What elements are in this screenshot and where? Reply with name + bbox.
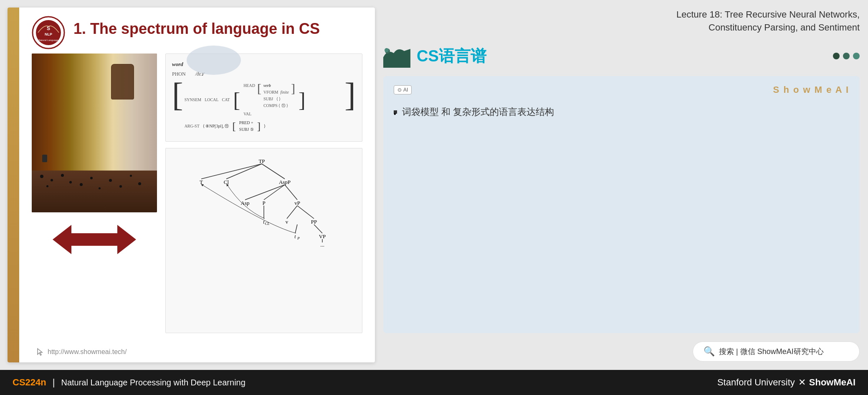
slide-header: S NLP Natural Language 1. The spectrum o… xyxy=(32,16,362,49)
bottom-left: CS224n | Natural Language Processing wit… xyxy=(13,377,245,388)
room-image xyxy=(32,54,157,212)
lecture-title-line2: Constituency Parsing, and Sentiment xyxy=(709,22,860,33)
outer-bracket-left: [ xyxy=(172,80,183,135)
brand-dots xyxy=(833,53,860,59)
floor-dot xyxy=(80,183,83,186)
slide-body: word PHON /ðεɪ/ [ xyxy=(32,54,362,333)
verb-content: verb VFORM finite SUBJ ⟨ ⟩ COMPS ⟨ ⑪ ⟩ xyxy=(263,82,289,109)
course-name: Natural Language Processing with Deep Le… xyxy=(61,378,245,387)
lecture-title-line1: Lecture 18: Tree Recursive Neural Networ… xyxy=(676,9,860,20)
floor-dot xyxy=(40,175,43,178)
bag-shape xyxy=(111,64,134,99)
head-row: HEAD [ verb VFORM finite SUBJ ⟨ ⟩ xyxy=(243,82,295,109)
comps-row: COMPS ⟨ ⑪ ⟩ xyxy=(263,102,289,109)
info-card-header: ⊙ AI S h o w M e A I xyxy=(394,84,849,95)
svg-line-10 xyxy=(264,185,285,200)
dot-1 xyxy=(833,53,840,59)
double-arrow-icon xyxy=(53,221,136,258)
showmeai-badge-label: S h o w M e A I xyxy=(773,84,849,95)
search-text: 搜索 | 微信 ShowMeAI研究中心 xyxy=(719,347,824,357)
v-node: v xyxy=(286,219,288,225)
tp-subscript: P xyxy=(297,236,300,240)
floor-dot xyxy=(130,175,132,177)
slide-url: http://www.showmeai.tech/ xyxy=(36,348,127,356)
t-node: T xyxy=(200,179,203,185)
url-text: http://www.showmeai.tech/ xyxy=(48,348,127,356)
headval-content: HEAD [ verb VFORM finite SUBJ ⟨ ⟩ xyxy=(243,82,295,117)
search-bar[interactable]: 🔍 搜索 | 微信 ShowMeAI研究中心 xyxy=(693,341,860,362)
syntax-tree-svg: TP T Cl AspP xyxy=(172,155,356,247)
cs-title: CS语言谱 xyxy=(417,46,486,67)
x-symbol: ✕ xyxy=(798,377,806,388)
verb-bracket-left: [ xyxy=(257,82,261,94)
cursor-icon xyxy=(36,348,44,356)
synsem-row: SYNSEM LOCAL CAT [ HEAD xyxy=(185,82,344,117)
slide-left-bar xyxy=(8,8,19,362)
cat-label: CAT xyxy=(222,97,230,103)
slide-content: S NLP Natural Language 1. The spectrum o… xyxy=(19,8,375,362)
aspp-node: AspP xyxy=(279,179,291,185)
inner-bracket-left: [ xyxy=(233,91,240,109)
argst-value: ⟨ ⑧NP[3pl], ⑪ xyxy=(203,123,229,130)
cl-node: Cl xyxy=(224,179,229,185)
head-label: HEAD xyxy=(243,82,255,89)
info-card: ⊙ AI S h o w M e A I • 词袋模型 和 复杂形式的语言表达结… xyxy=(383,76,860,333)
bullet-point: • xyxy=(394,110,397,114)
svg-line-8 xyxy=(262,164,285,179)
synsem-label: SYNSEM xyxy=(185,97,202,103)
argst-bracket-left: [ xyxy=(233,122,236,131)
ai-icon: ⊙ xyxy=(397,87,402,93)
svg-line-11 xyxy=(285,185,297,200)
slide-image-area xyxy=(32,54,157,333)
info-bullet-text: 词袋模型 和 复杂形式的语言表达结构 xyxy=(402,106,554,118)
vp-node: vP xyxy=(294,200,300,206)
dot-3 xyxy=(853,53,860,59)
lecture-title-area: Lecture 18: Tree Recursive Neural Networ… xyxy=(383,6,860,36)
slide-diagrams: word PHON /ðεɪ/ [ xyxy=(165,54,362,333)
search-bar-area: 🔍 搜索 | 微信 ShowMeAI研究中心 xyxy=(383,339,860,364)
brand-wave-icon xyxy=(383,45,410,68)
right-panel: Lecture 18: Tree Recursive Neural Networ… xyxy=(375,0,868,370)
ai-badge: ⊙ AI xyxy=(394,85,412,94)
main-container: S NLP Natural Language 1. The spectrum o… xyxy=(0,0,868,395)
bracket-content: SYNSEM LOCAL CAT [ HEAD xyxy=(185,80,344,135)
bottom-right: Stanford University ✕ ShowMeAI xyxy=(717,377,855,388)
floor-dot xyxy=(99,187,101,189)
vform-row: VFORM finite xyxy=(263,89,289,96)
local-label: LOCAL xyxy=(205,97,218,103)
pred-row: PRED + xyxy=(239,120,254,126)
verb-bracket-right: ] xyxy=(291,82,295,94)
feature-structure: word PHON /ðεɪ/ [ xyxy=(165,54,362,142)
argst-close: ⟩ xyxy=(264,123,266,130)
floor-dot xyxy=(46,185,48,187)
svg-line-16 xyxy=(314,224,322,233)
svg-text:NLP: NLP xyxy=(45,32,52,36)
main-bracket: [ SYNSEM LOCAL CAT [ xyxy=(172,80,356,135)
content-area: S NLP Natural Language 1. The spectrum o… xyxy=(0,0,868,370)
slide-title-text: The spectrum of language in CS xyxy=(86,20,320,37)
floor-dot xyxy=(69,181,72,183)
val-label: VAL xyxy=(243,112,251,116)
val-row: VAL xyxy=(243,111,295,117)
floor-dot xyxy=(90,177,93,179)
argst-row: ARG-ST ⟨ ⑧NP[3pl], ⑪ [ PRED + SUBJ ⑤ ] xyxy=(185,120,344,133)
bottom-separator: | xyxy=(53,377,55,388)
slide-title: 1. The spectrum of language in CS xyxy=(73,20,320,38)
svg-line-15 xyxy=(295,224,297,233)
svg-text:Natural Language: Natural Language xyxy=(38,39,58,41)
stanford-nlp-logo: S NLP Natural Language xyxy=(32,16,65,49)
subj2-row: SUBJ ⑤ xyxy=(239,126,254,133)
verb-label: verb xyxy=(263,82,289,89)
tcl-subscript: CL xyxy=(265,222,269,226)
floor-dot xyxy=(119,185,122,188)
syntax-tree: TP T Cl AspP xyxy=(165,148,362,333)
svg-line-9 xyxy=(245,185,285,200)
inner-bracket-right: ] xyxy=(299,91,306,109)
cs224n-label: CS224n xyxy=(13,377,46,388)
floor-dot xyxy=(51,179,53,181)
search-icon: 🔍 xyxy=(704,346,715,357)
argst-bracket-right: ] xyxy=(257,122,261,131)
tp2-node: t xyxy=(294,234,296,240)
tp-node: TP xyxy=(258,158,265,164)
floor-dot xyxy=(61,174,64,177)
